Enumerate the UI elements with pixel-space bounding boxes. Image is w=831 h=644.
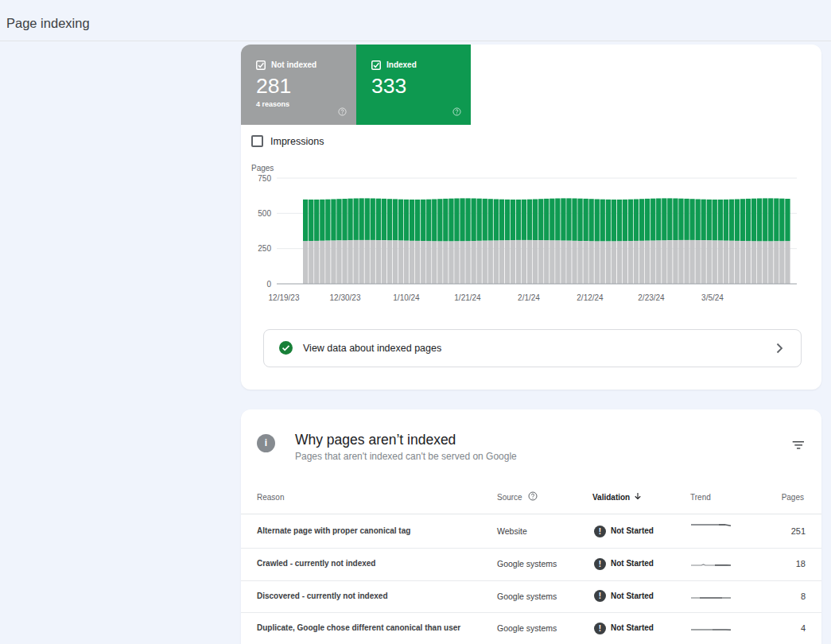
svg-text:12/30/23: 12/30/23 <box>330 293 361 302</box>
svg-text:750: 750 <box>258 174 271 183</box>
svg-text:1/10/24: 1/10/24 <box>393 293 420 302</box>
svg-text:2/1/24: 2/1/24 <box>518 293 540 302</box>
svg-text:1/21/24: 1/21/24 <box>454 293 481 302</box>
svg-text:250: 250 <box>258 244 271 253</box>
svg-text:500: 500 <box>258 209 271 218</box>
svg-text:2/12/24: 2/12/24 <box>577 293 604 302</box>
svg-text:12/19/23: 12/19/23 <box>269 293 300 302</box>
svg-text:3/5/24: 3/5/24 <box>701 293 724 302</box>
svg-text:0: 0 <box>266 280 271 289</box>
svg-text:2/23/24: 2/23/24 <box>638 293 665 302</box>
